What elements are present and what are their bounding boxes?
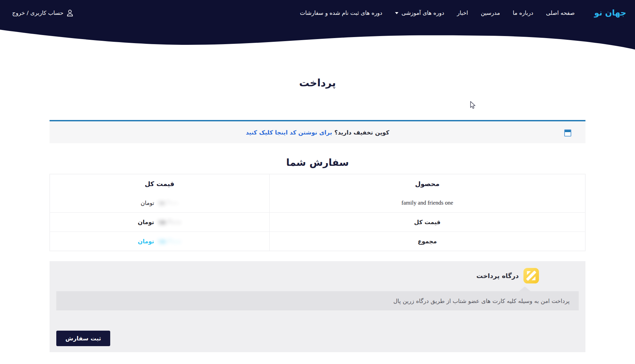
currency-unit: تومان (141, 200, 154, 206)
nav-item-label: دوره های آموزشی (401, 10, 444, 16)
nav-item-home[interactable]: صفحه اصلی (546, 10, 575, 16)
order-section-title: سفارش شما (50, 157, 585, 168)
coupon-question-text: کوپن تخفیف دارید؟ (334, 129, 389, 136)
nav-item-label: مدرسین (481, 10, 500, 16)
total-price: ۱۸۰٬۰۰۰ تومان (50, 232, 270, 251)
column-header-product: محصول (269, 174, 585, 193)
column-header-total: قیمت کل (50, 174, 270, 193)
main-nav: صفحه اصلی درباره ما مدرسین اخبار دوره ها… (300, 10, 575, 16)
currency-unit: تومان (138, 219, 154, 225)
nav-item-enrolled-orders[interactable]: دوره های ثبت نام شده و سفارشات (300, 10, 382, 16)
user-icon (67, 9, 73, 17)
nav-item-label: اخبار (457, 10, 468, 16)
product-name: family and friends one (269, 193, 585, 213)
tooltip-arrow (519, 286, 531, 291)
content-container: کوپن تخفیف دارید؟ برای نوشتن کد اینجا کل… (50, 120, 585, 352)
account-logout-link[interactable]: حساب کاربری / خروج (12, 9, 73, 17)
nav-item-about[interactable]: درباره ما (513, 10, 533, 16)
table-row-product: family and friends one ۱۸۰٬۰۰۰ تومان (50, 193, 585, 213)
gateway-description-bar: پرداخت امن به وسیله کلیه کارت های عضو شت… (56, 291, 579, 310)
chevron-down-icon (395, 12, 398, 14)
nav-item-news[interactable]: اخبار (457, 10, 468, 16)
coupon-bar: کوپن تخفیف دارید؟ برای نوشتن کد اینجا کل… (50, 120, 585, 143)
blurred-price-value: ۱۸۰٬۰۰۰ (158, 238, 181, 245)
brand-logo[interactable]: جهان نو (594, 8, 626, 18)
order-table: محصول قیمت کل family and friends one ۱۸۰… (50, 174, 585, 251)
coupon-enter-code-link[interactable]: برای نوشتن کد اینجا کلیک کنید (246, 129, 332, 136)
payment-gateway-section: درگاه پرداخت پرداخت امن به وسیله کلیه کا… (50, 261, 585, 352)
nav-group: جهان نو صفحه اصلی درباره ما مدرسین اخبار (300, 8, 626, 18)
nav-item-label: درباره ما (513, 10, 533, 16)
table-row-subtotal: قیمت کل ۱۸۰٬۰۰۰ تومان (50, 213, 585, 232)
submit-order-button[interactable]: ثبت سفارش (56, 331, 110, 346)
site-header: جهان نو صفحه اصلی درباره ما مدرسین اخبار (0, 0, 635, 51)
blurred-price-value: ۱۸۰٬۰۰۰ (158, 200, 178, 206)
nav-item-label: صفحه اصلی (546, 10, 575, 16)
submit-row: ثبت سفارش (56, 331, 579, 346)
nav-item-teachers[interactable]: مدرسین (481, 10, 500, 16)
subtotal-price: ۱۸۰٬۰۰۰ تومان (50, 213, 270, 232)
account-label: حساب کاربری / خروج (12, 10, 63, 16)
product-price: ۱۸۰٬۰۰۰ تومان (50, 193, 270, 213)
page-title: پرداخت (0, 77, 635, 89)
gateway-title: درگاه پرداخت (476, 272, 519, 279)
table-header-row: محصول قیمت کل (50, 174, 585, 193)
total-label: مجموع (269, 232, 585, 251)
checkout-page: جهان نو صفحه اصلی درباره ما مدرسین اخبار (0, 0, 635, 364)
nav-item-label: دوره های ثبت نام شده و سفارشات (300, 10, 382, 16)
gateway-description: پرداخت امن به وسیله کلیه کارت های عضو شت… (393, 298, 570, 304)
header-content: جهان نو صفحه اصلی درباره ما مدرسین اخبار (0, 0, 635, 18)
table-row-total: مجموع ۱۸۰٬۰۰۰ تومان (50, 232, 585, 251)
zarinpal-icon (523, 268, 539, 283)
mouse-cursor (469, 101, 477, 110)
gateway-header[interactable]: درگاه پرداخت (56, 268, 579, 283)
nav-item-courses-dropdown[interactable]: دوره های آموزشی (395, 10, 444, 16)
coupon-card-icon[interactable] (564, 129, 571, 136)
subtotal-label: قیمت کل (269, 213, 585, 232)
blurred-price-value: ۱۸۰٬۰۰۰ (158, 219, 181, 225)
currency-unit: تومان (138, 238, 154, 245)
